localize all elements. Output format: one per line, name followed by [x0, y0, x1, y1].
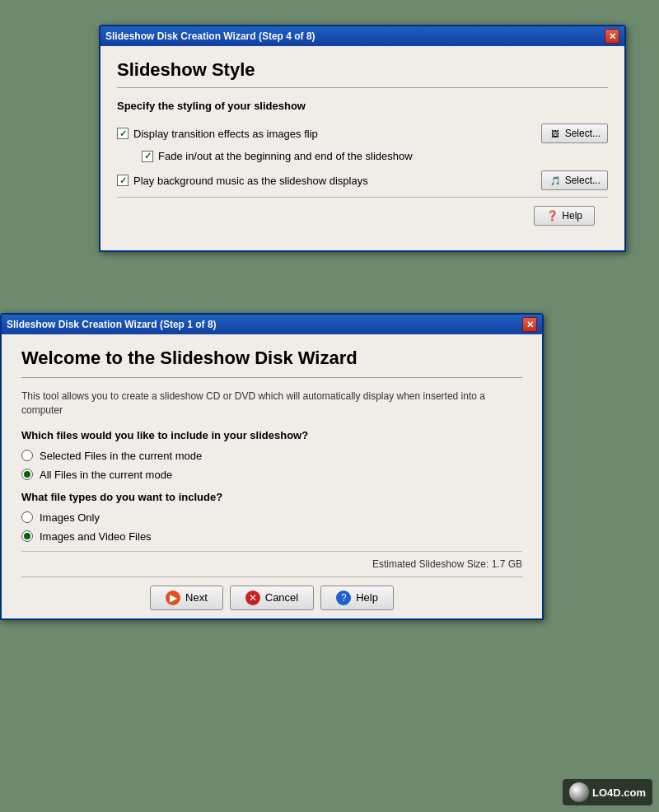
option-row-3: Play background music as the slideshow d… [117, 170, 608, 190]
watermark: LO4D.com [563, 779, 652, 805]
estimated-size: Estimated Slideshow Size: 1.7 GB [21, 551, 522, 576]
checkbox-1[interactable] [117, 128, 129, 139]
title-bar-front: Slideshow Disk Creation Wizard (Step 1 o… [2, 315, 542, 334]
radio-4-label: Images and Video Files [40, 530, 152, 543]
option-row-2: Fade in/out at the beginning and end of … [142, 150, 608, 162]
radio-row-2: All Files in the current mode [21, 469, 522, 481]
cancel-icon: ✕ [245, 590, 260, 605]
background-window: Slideshow Disk Creation Wizard (Step 4 o… [99, 25, 626, 252]
title-back: Slideshow Disk Creation Wizard (Step 4 o… [105, 30, 315, 42]
foreground-window: Slideshow Disk Creation Wizard (Step 1 o… [0, 313, 544, 620]
help-icon-back: ❓ [546, 210, 559, 222]
checkbox-3[interactable] [117, 175, 129, 186]
question-2: What file types do you want to include? [21, 491, 522, 503]
option-row-1: Display transition effects as images fli… [117, 124, 608, 143]
option1-label[interactable]: Display transition effects as images fli… [117, 128, 541, 140]
next-button[interactable]: ▶ Next [150, 586, 223, 610]
watermark-text: LO4D.com [592, 786, 646, 799]
radio-1[interactable] [21, 450, 33, 461]
help-icon-front: ? [336, 590, 351, 605]
title-bar-back: Slideshow Disk Creation Wizard (Step 4 o… [100, 26, 624, 46]
select-button-2[interactable]: 🎵 Select... [541, 170, 608, 190]
close-button-back[interactable]: ✕ [605, 29, 619, 44]
option3-label[interactable]: Play background music as the slideshow d… [117, 175, 541, 187]
next-icon: ▶ [166, 590, 180, 605]
radio-2-label: All Files in the current mode [40, 469, 172, 481]
cancel-button[interactable]: ✕ Cancel [230, 586, 314, 610]
close-button-front[interactable]: ✕ [522, 317, 537, 332]
radio-3-label: Images Only [40, 511, 100, 524]
help-button-front[interactable]: ? Help [320, 586, 394, 610]
radio-row-4: Images and Video Files [21, 530, 522, 543]
select-button-1[interactable]: 🖼 Select... [541, 124, 608, 143]
section-label-back: Specify the styling of your slideshow [117, 100, 608, 112]
radio-row-1: Selected Files in the current mode [21, 450, 522, 462]
page-title-front: Welcome to the Slideshow Disk Wizard [21, 348, 522, 369]
front-bottom-bar: ▶ Next ✕ Cancel ? Help [21, 576, 522, 618]
radio-row-3: Images Only [21, 511, 522, 524]
help-button-back[interactable]: ❓ Help [534, 206, 595, 226]
page-title-back: Slideshow Style [117, 59, 608, 81]
option2-label[interactable]: Fade in/out at the beginning and end of … [142, 150, 608, 162]
watermark-ball [569, 782, 589, 802]
radio-3[interactable] [21, 511, 33, 523]
checkbox-2[interactable] [142, 151, 153, 162]
title-front: Slideshow Disk Creation Wizard (Step 1 o… [7, 319, 217, 330]
question-1: Which files would you like to include in… [21, 429, 522, 441]
radio-1-label: Selected Files in the current mode [40, 450, 202, 462]
back-bottom-bar: ❓ Help [117, 197, 608, 234]
radio-2[interactable] [21, 469, 33, 480]
transition-icon: 🖼 [549, 127, 562, 140]
radio-4[interactable] [21, 530, 33, 542]
description-text: This tool allows you to create a slidesh… [21, 390, 522, 418]
music-icon: 🎵 [549, 174, 562, 187]
